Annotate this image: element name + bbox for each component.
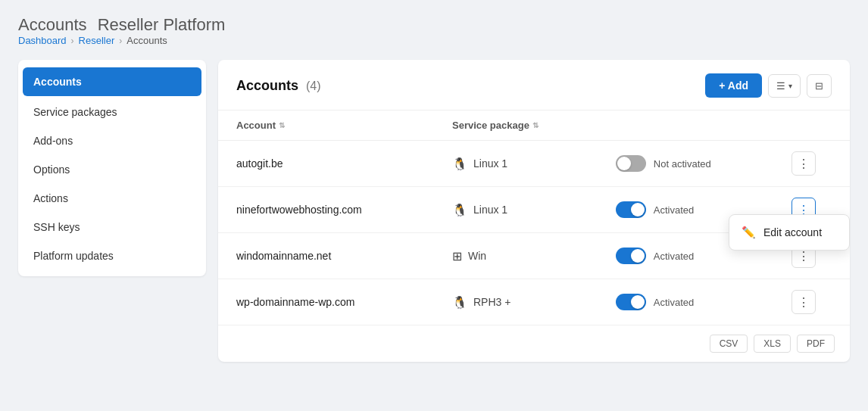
content-area: Accounts Service packages Add-ons Option… bbox=[18, 60, 850, 362]
toggle-windomainname[interactable] bbox=[616, 248, 646, 264]
breadcrumb-reseller[interactable]: Reseller bbox=[79, 35, 115, 46]
panel-title: Accounts bbox=[236, 78, 298, 93]
cell-pkg-ninefortwo: 🐧 Linux 1 bbox=[434, 187, 598, 233]
linux-icon: 🐧 bbox=[452, 203, 467, 217]
windows-icon: ⊞ bbox=[452, 249, 462, 263]
page-header: Accounts Reseller Platform Dashboard › R… bbox=[18, 15, 850, 46]
col-service-package: Service package ⇅ bbox=[434, 111, 598, 141]
toggle-knob-ninefortwo bbox=[631, 203, 645, 216]
sidebar-item-add-ons[interactable]: Add-ons bbox=[18, 126, 206, 155]
panel-title-count: (4) bbox=[306, 79, 321, 92]
table-row: autogit.be 🐧 Linux 1 bbox=[218, 141, 850, 187]
sort-account[interactable]: Account ⇅ bbox=[236, 120, 285, 131]
sidebar-label-options: Options bbox=[33, 163, 70, 176]
table-wrap: Account ⇅ Service package ⇅ bbox=[218, 111, 850, 362]
toggle-wp[interactable] bbox=[616, 294, 646, 310]
sidebar-label-accounts: Accounts bbox=[33, 76, 82, 88]
table-header-row: Account ⇅ Service package ⇅ bbox=[218, 111, 850, 141]
edit-account-label: Edit account bbox=[763, 226, 822, 238]
breadcrumb-current: Accounts bbox=[126, 35, 167, 46]
breadcrumb: Dashboard › Reseller › Accounts bbox=[18, 35, 850, 46]
dropdown-menu: ✏️ Edit account bbox=[729, 214, 850, 251]
cell-account-autogit: autogit.be bbox=[218, 141, 434, 187]
col-account: Account ⇅ bbox=[218, 111, 434, 141]
filter-icon: ⊟ bbox=[815, 80, 823, 92]
cell-pkg-windomainname: ⊞ Win bbox=[434, 233, 598, 279]
table-row: ninefortwowebhosting.com 🐧 Linux 1 bbox=[218, 187, 850, 233]
linux-icon: 🐧 bbox=[452, 157, 467, 171]
cell-actions-autogit: ⋮ bbox=[773, 141, 850, 187]
col-account-label: Account bbox=[236, 120, 276, 131]
linux-icon: 🐧 bbox=[452, 295, 467, 310]
main-panel: Accounts (4) + Add ☰ ▾ ⊟ bbox=[218, 60, 850, 362]
sidebar-item-actions[interactable]: Actions bbox=[18, 184, 206, 213]
sidebar: Accounts Service packages Add-ons Option… bbox=[18, 60, 206, 276]
sidebar-label-ssh-keys: SSH keys bbox=[33, 221, 80, 233]
toggle-ninefortwo[interactable] bbox=[616, 201, 646, 218]
breadcrumb-sep-1: › bbox=[71, 36, 74, 46]
panel-title-wrap: Accounts (4) bbox=[236, 78, 320, 94]
toggle-autogit[interactable] bbox=[616, 155, 646, 172]
cell-actions-ninefortwo: ⋮ ✏️ Edit account bbox=[773, 187, 850, 233]
sidebar-label-platform-updates: Platform updates bbox=[33, 250, 114, 262]
cell-pkg-wp: 🐧 RPH3 + bbox=[434, 279, 598, 325]
col-service-package-label: Service package bbox=[452, 120, 529, 131]
toggle-knob-wp bbox=[631, 295, 645, 309]
cell-status-autogit: Not activated bbox=[598, 141, 773, 187]
table-row: wp-domainname-wp.com 🐧 RPH3 + bbox=[218, 279, 850, 325]
panel-header: Accounts (4) + Add ☰ ▾ ⊟ bbox=[218, 60, 850, 111]
col-actions bbox=[773, 111, 850, 141]
filter-button[interactable]: ⊟ bbox=[807, 74, 832, 98]
sidebar-label-add-ons: Add-ons bbox=[33, 135, 73, 147]
cell-account-windomainname: windomainname.net bbox=[218, 233, 434, 279]
pkg-label-autogit: Linux 1 bbox=[473, 157, 507, 170]
more-button-autogit[interactable]: ⋮ bbox=[792, 151, 816, 176]
dropdown-item-edit-account[interactable]: ✏️ Edit account bbox=[729, 218, 849, 247]
sidebar-item-options[interactable]: Options bbox=[18, 155, 206, 184]
sidebar-item-accounts[interactable]: Accounts bbox=[23, 67, 201, 96]
add-button[interactable]: + Add bbox=[705, 73, 762, 98]
cell-status-wp: Activated bbox=[598, 279, 773, 325]
export-pdf-button[interactable]: PDF bbox=[797, 335, 835, 353]
sidebar-item-platform-updates[interactable]: Platform updates bbox=[18, 241, 206, 270]
export-csv-button[interactable]: CSV bbox=[710, 335, 748, 353]
status-label-ninefortwo: Activated bbox=[654, 204, 694, 216]
breadcrumb-dashboard[interactable]: Dashboard bbox=[18, 35, 67, 46]
panel-actions: + Add ☰ ▾ ⊟ bbox=[705, 73, 832, 98]
view-toggle-button[interactable]: ☰ ▾ bbox=[768, 74, 801, 98]
sidebar-label-service-packages: Service packages bbox=[33, 106, 117, 118]
col-status bbox=[598, 111, 773, 141]
page-wrapper: Accounts Reseller Platform Dashboard › R… bbox=[0, 0, 868, 411]
page-title: Accounts Reseller Platform bbox=[18, 15, 850, 35]
pkg-label-wp: RPH3 + bbox=[473, 296, 510, 308]
page-title-main: Accounts bbox=[18, 15, 87, 34]
status-label-wp: Activated bbox=[654, 297, 694, 308]
status-label-autogit: Not activated bbox=[654, 158, 711, 170]
chevron-down-icon: ▾ bbox=[788, 82, 792, 90]
sort-icon-service-package: ⇅ bbox=[532, 121, 539, 129]
pkg-label-windomainname: Win bbox=[468, 250, 486, 262]
edit-icon: ✏️ bbox=[742, 226, 756, 239]
sidebar-item-service-packages[interactable]: Service packages bbox=[18, 98, 206, 126]
sort-service-package[interactable]: Service package ⇅ bbox=[452, 120, 539, 131]
sort-icon-account: ⇅ bbox=[279, 121, 285, 129]
list-view-icon: ☰ bbox=[776, 80, 785, 92]
toggle-knob-windomainname bbox=[631, 249, 645, 263]
cell-actions-wp: ⋮ bbox=[773, 279, 850, 325]
sidebar-label-actions: Actions bbox=[33, 192, 68, 204]
export-xls-button[interactable]: XLS bbox=[754, 335, 791, 353]
cell-account-ninefortwo: ninefortwowebhosting.com bbox=[218, 187, 434, 233]
more-button-wp[interactable]: ⋮ bbox=[792, 290, 816, 314]
toggle-knob-autogit bbox=[617, 157, 631, 170]
cell-account-wp: wp-domainname-wp.com bbox=[218, 279, 434, 325]
pkg-label-ninefortwo: Linux 1 bbox=[473, 204, 507, 216]
accounts-table: Account ⇅ Service package ⇅ bbox=[218, 111, 850, 325]
breadcrumb-sep-2: › bbox=[119, 36, 122, 46]
sidebar-item-ssh-keys[interactable]: SSH keys bbox=[18, 213, 206, 241]
table-footer: CSV XLS PDF bbox=[218, 325, 850, 362]
page-title-sub: Reseller Platform bbox=[98, 15, 226, 34]
status-label-windomainname: Activated bbox=[654, 251, 694, 262]
cell-pkg-autogit: 🐧 Linux 1 bbox=[434, 141, 598, 187]
